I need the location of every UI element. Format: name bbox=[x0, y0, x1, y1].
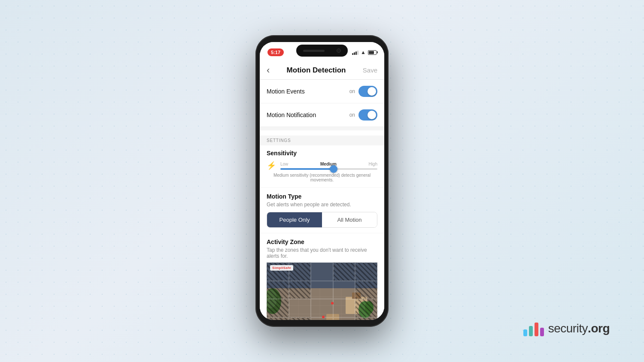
zone-cell-4-1[interactable] bbox=[267, 317, 289, 320]
zone-cell-3-1[interactable] bbox=[267, 299, 289, 317]
motion-events-row: Motion Events on bbox=[260, 80, 384, 103]
status-icons: ▲ bbox=[352, 49, 377, 55]
toggle-section: Motion Events on Motion Notification on bbox=[260, 80, 384, 127]
motion-events-toggle[interactable] bbox=[358, 86, 377, 97]
security-logo: security.org bbox=[523, 321, 610, 336]
zone-cell-3-2[interactable] bbox=[289, 299, 311, 317]
people-only-button[interactable]: People Only bbox=[267, 212, 322, 227]
slider-hint: Medium sensitivity (recommended) detects… bbox=[267, 173, 377, 182]
time-display: 5:17 bbox=[267, 48, 284, 56]
app-content: Motion Events on Motion Notification on bbox=[260, 80, 384, 320]
settings-section-header: SETTINGS bbox=[260, 136, 384, 145]
motion-notification-label: Motion Notification bbox=[267, 112, 316, 118]
slider-labels: Low Medium High bbox=[280, 162, 377, 166]
zone-cell-2-5[interactable] bbox=[355, 281, 377, 299]
wifi-icon: ▲ bbox=[361, 49, 366, 55]
sensitivity-label: Sensitivity bbox=[267, 150, 377, 157]
zone-cell-3-5[interactable] bbox=[355, 299, 377, 317]
zone-cell-1-3[interactable] bbox=[311, 262, 333, 281]
activity-zone-section: Activity Zone Tap the zones that you don… bbox=[260, 233, 384, 320]
zone-cell-2-4[interactable] bbox=[333, 281, 355, 299]
sensitivity-row: ⚡ Low Medium High bbox=[267, 161, 377, 170]
motion-notification-row: Motion Notification on bbox=[260, 103, 384, 127]
zone-cell-4-5[interactable] bbox=[355, 317, 377, 320]
motion-events-status: on bbox=[349, 88, 355, 94]
phone-frame: 5:17 ▲ ‹ Motion Detection Save Motio bbox=[255, 35, 389, 327]
motion-type-section: Motion Type Get alerts when people are d… bbox=[260, 188, 384, 233]
zone-cell-3-4[interactable] bbox=[333, 299, 355, 317]
motion-events-toggle-group: on bbox=[349, 86, 377, 97]
motion-type-toggle: People Only All Motion bbox=[267, 212, 377, 228]
zone-cell-4-4[interactable] bbox=[333, 317, 355, 320]
slider-high-label: High bbox=[368, 162, 377, 166]
security-logo-text: security.org bbox=[548, 322, 610, 335]
phone-notch bbox=[296, 45, 348, 57]
battery-icon bbox=[368, 50, 377, 55]
page-title: Motion Detection bbox=[287, 66, 346, 75]
zone-cell-1-5[interactable] bbox=[355, 262, 377, 281]
zone-cell-2-3[interactable] bbox=[311, 281, 333, 299]
signal-icon bbox=[352, 50, 358, 55]
activity-zone-label: Activity Zone bbox=[267, 238, 377, 245]
speaker-grille bbox=[303, 50, 325, 52]
app-header: ‹ Motion Detection Save bbox=[260, 61, 384, 80]
zone-cell-3-3[interactable] bbox=[311, 299, 333, 317]
settings-section: SETTINGS Sensitivity ⚡ Low Medium High bbox=[260, 130, 384, 187]
sensitivity-icon: ⚡ bbox=[267, 161, 276, 170]
activity-zone-subtitle: Tap the zones that you don't want to rec… bbox=[267, 247, 377, 259]
sensitivity-slider-container: Low Medium High bbox=[280, 162, 377, 170]
motion-events-label: Motion Events bbox=[267, 88, 305, 95]
phone-screen: 5:17 ▲ ‹ Motion Detection Save Motio bbox=[260, 42, 384, 320]
security-bars-icon bbox=[523, 321, 544, 336]
sensitivity-slider-track[interactable] bbox=[280, 168, 377, 170]
simplisafe-badge: SimpliSafe bbox=[270, 265, 293, 271]
zone-grid[interactable] bbox=[267, 262, 377, 320]
slider-thumb[interactable] bbox=[330, 165, 337, 173]
slider-low-label: Low bbox=[280, 162, 288, 166]
motion-type-label: Motion Type bbox=[267, 193, 377, 200]
motion-notification-toggle-group: on bbox=[349, 109, 377, 121]
red-dot-1 bbox=[331, 302, 334, 305]
back-button[interactable]: ‹ bbox=[267, 66, 270, 75]
all-motion-button[interactable]: All Motion bbox=[322, 212, 377, 227]
security-text-bold: .org bbox=[588, 322, 610, 335]
zone-cell-2-2[interactable] bbox=[289, 281, 311, 299]
motion-notification-toggle[interactable] bbox=[358, 109, 377, 121]
save-button[interactable]: Save bbox=[363, 66, 377, 74]
slider-fill bbox=[280, 168, 334, 170]
zone-cell-4-2[interactable] bbox=[289, 317, 311, 320]
motion-notification-status: on bbox=[349, 112, 355, 118]
front-camera bbox=[337, 48, 341, 53]
zone-cell-1-4[interactable] bbox=[333, 262, 355, 281]
security-text-light: security bbox=[548, 322, 588, 335]
motion-type-subtitle: Get alerts when people are detected. bbox=[267, 202, 377, 208]
camera-view[interactable]: SimpliSafe bbox=[267, 262, 377, 320]
zone-cell-2-1[interactable] bbox=[267, 281, 289, 299]
